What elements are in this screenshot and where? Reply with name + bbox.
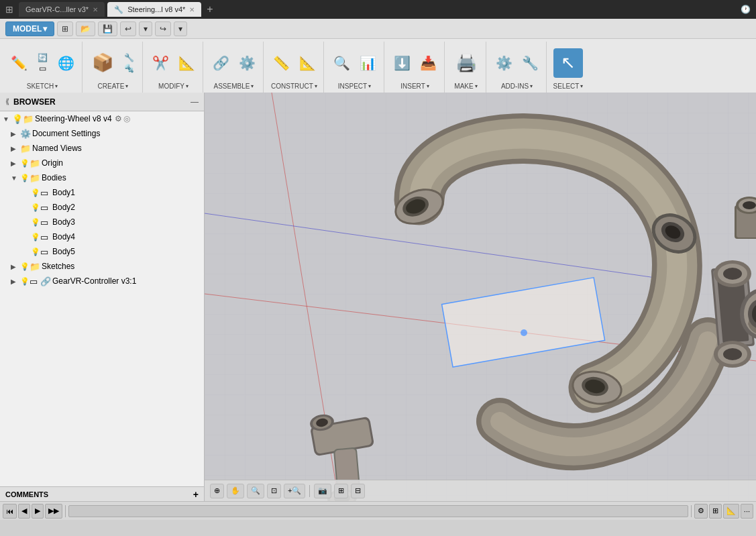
view-display-btn[interactable]: ⊞ — [334, 484, 348, 498]
origin-expand-icon: ▶ — [11, 160, 20, 167]
inspect-arrow-icon: ▾ — [368, 83, 371, 89]
tree-bodies[interactable]: ▼ 💡 📁 Bodies — [0, 170, 204, 185]
insert-label[interactable]: INSERT ▾ — [400, 83, 429, 93]
sketch-pencil-icon[interactable]: ✏️ — [7, 51, 31, 75]
view-zoom-in-btn[interactable]: +🔍 — [284, 484, 305, 498]
nav-next-btn[interactable]: ▶▶ — [45, 504, 62, 519]
select-label[interactable]: SELECT ▾ — [553, 83, 584, 93]
toolbar-save-btn[interactable]: 💾 — [98, 21, 117, 36]
doc-settings-expand-icon: ▶ — [11, 130, 20, 138]
construct-label[interactable]: CONSTRUCT ▾ — [271, 83, 317, 93]
view-fit-btn[interactable]: ⊡ — [267, 484, 281, 498]
modify-shell-icon[interactable]: 📐 — [174, 51, 199, 75]
footer-settings-btn[interactable]: ⚙ — [694, 504, 708, 519]
make-arrow-icon: ▾ — [475, 83, 478, 89]
view-orbit-btn[interactable]: ⊕ — [210, 484, 224, 498]
sketch-arrow-icon: ▾ — [55, 83, 58, 89]
toolbar-open-btn[interactable]: 📂 — [76, 21, 95, 36]
addins-label[interactable]: ADD-INS ▾ — [501, 83, 533, 93]
footer-sep2 — [691, 505, 692, 517]
toolbar-redo-btn[interactable]: ↪ — [155, 21, 171, 36]
tree-body4[interactable]: ▶ 💡 ▭ Body4 — [0, 229, 204, 244]
footer-grid-btn[interactable]: 📐 — [723, 504, 739, 519]
nav-prev-start-btn[interactable]: ⏮ — [3, 504, 17, 519]
view-pan-btn[interactable]: ✋ — [227, 484, 244, 498]
modify-press-icon[interactable]: ✂️ — [148, 51, 172, 75]
sketch-label[interactable]: SKETCH ▾ — [27, 83, 58, 93]
title-bar: ⊞ GearVR-C...ller v3* ✕ 🔧 Steering...l v… — [0, 0, 756, 19]
footer-nav: ⏮ ◀ ▶ ▶▶ ⚙ ⊞ 📐 ··· — [0, 501, 756, 520]
timeline-track[interactable] — [68, 505, 688, 517]
browser-toggle-icon[interactable]: — — [191, 97, 199, 107]
tree-gearvr[interactable]: ▶ 💡 ▭ 🔗 GearVR-Controller v3:1 — [0, 274, 204, 288]
inspect-analysis-icon[interactable]: 📊 — [356, 51, 380, 75]
sketch-rect-icon[interactable]: ▭ — [33, 64, 52, 73]
insert-decal-icon[interactable]: 📥 — [416, 51, 440, 75]
view-zoom-btn[interactable]: 🔍 — [247, 484, 264, 498]
addins-scripts-icon[interactable]: ⚙️ — [492, 51, 516, 75]
tree-body2[interactable]: ▶ 💡 ▭ Body2 — [0, 200, 204, 215]
toolbar-grid-btn[interactable]: ⊞ — [57, 21, 73, 36]
model-button[interactable]: MODEL ▾ — [5, 21, 54, 36]
make-print-icon[interactable]: 🖨️ — [451, 48, 481, 78]
assemble-label[interactable]: ASSEMBLE ▾ — [214, 83, 254, 93]
tree-body1[interactable]: ▶ 💡 ▭ Body1 — [0, 185, 204, 200]
tree-sketches[interactable]: ▶ 💡 📁 Sketches — [0, 259, 204, 274]
footer-snap-btn[interactable]: ⊞ — [709, 504, 722, 519]
create-box-icon[interactable]: 📦 — [88, 48, 117, 78]
inspect-label[interactable]: INSPECT ▾ — [338, 83, 371, 93]
comments-label: COMMENTS — [5, 490, 48, 498]
toolbar-undo-btn[interactable]: ↩ — [120, 21, 136, 36]
create-label[interactable]: CREATE ▾ — [98, 83, 129, 93]
comments-plus-button[interactable]: + — [193, 489, 199, 500]
tree-named-views[interactable]: ▶ 📁 Named Views — [0, 141, 204, 156]
view-grid-btn[interactable]: ⊟ — [351, 484, 365, 498]
sketches-expand-icon: ▶ — [11, 263, 20, 270]
clock-icon: 🕐 — [741, 5, 751, 14]
viewport[interactable]: ⊕ ✋ 🔍 ⊡ +🔍 📷 ⊞ ⊟ — [205, 93, 756, 501]
gearvr-eye-icon: 💡 — [20, 277, 30, 286]
tree-origin[interactable]: ▶ 💡 📁 Origin — [0, 156, 204, 170]
ribbon-group-inspect: 🔍 📊 INSPECT ▾ — [325, 42, 384, 93]
tab-steering-close[interactable]: ✕ — [189, 6, 195, 13]
sketch-stop-icon[interactable]: 🔄 — [33, 53, 52, 62]
assemble-joint-icon[interactable]: 🔗 — [209, 51, 233, 75]
tree-body3[interactable]: ▶ 💡 ▭ Body3 — [0, 215, 204, 229]
add-tab-button[interactable]: + — [207, 3, 213, 15]
create-extrude-icon[interactable]: 🔧 — [119, 53, 138, 62]
sketch-globe-icon[interactable]: 🌐 — [54, 51, 78, 75]
addins-addins-icon[interactable]: 🔧 — [518, 51, 542, 75]
view-camera-btn[interactable]: 📷 — [314, 484, 331, 498]
insert-svg-icon[interactable]: ⬇️ — [390, 51, 414, 75]
make-label[interactable]: MAKE ▾ — [454, 83, 477, 93]
assemble-motion-icon[interactable]: ⚙️ — [235, 51, 259, 75]
assemble-arrow-icon: ▾ — [251, 83, 254, 89]
origin-eye-icon: 💡 — [20, 159, 30, 168]
tree-body5[interactable]: ▶ 💡 ▭ Body5 — [0, 244, 204, 259]
body5-eye-icon: 💡 — [31, 248, 40, 256]
root-label: Steering-Wheel v8 v4 — [34, 114, 112, 123]
nav-prev-btn[interactable]: ◀ — [18, 504, 30, 519]
bodies-eye-icon: 💡 — [20, 174, 30, 182]
sep1 — [309, 485, 310, 497]
toolbar-redo-arrow-btn[interactable]: ▾ — [174, 21, 187, 36]
tab-gearvr-close[interactable]: ✕ — [93, 6, 98, 13]
construct-plane-icon[interactable]: 📏 — [269, 51, 293, 75]
body4-label: Body4 — [51, 232, 75, 242]
create-revolve-icon[interactable]: 🔩 — [119, 64, 138, 73]
addins-arrow-icon: ▾ — [530, 83, 533, 89]
toolbar-undo-arrow-btn[interactable]: ▾ — [139, 21, 152, 36]
select-cursor-icon[interactable]: ↖ — [553, 48, 583, 78]
tab-steering[interactable]: 🔧 Steering...l v8 v4* ✕ — [107, 2, 201, 17]
inspect-measure-icon[interactable]: 🔍 — [329, 51, 354, 75]
construct-axis-icon[interactable]: 📐 — [295, 51, 319, 75]
nav-play-btn[interactable]: ▶ — [32, 504, 44, 519]
footer-more-btn[interactable]: ··· — [741, 504, 753, 519]
modify-label[interactable]: MODIFY ▾ — [158, 83, 188, 93]
tab-gearvr[interactable]: GearVR-C...ller v3* ✕ — [19, 2, 105, 17]
tree-doc-settings[interactable]: ▶ ⚙️ Document Settings — [0, 126, 204, 141]
tree-root[interactable]: ▼ 💡 📁 Steering-Wheel v8 v4 ⚙ ◎ — [0, 111, 204, 126]
model-arrow-icon: ▾ — [43, 24, 47, 34]
browser-collapse-icon[interactable]: ⟪ — [5, 97, 9, 106]
top-toolbar: MODEL ▾ ⊞ 📂 💾 ↩ ▾ ↪ ▾ — [0, 19, 756, 39]
